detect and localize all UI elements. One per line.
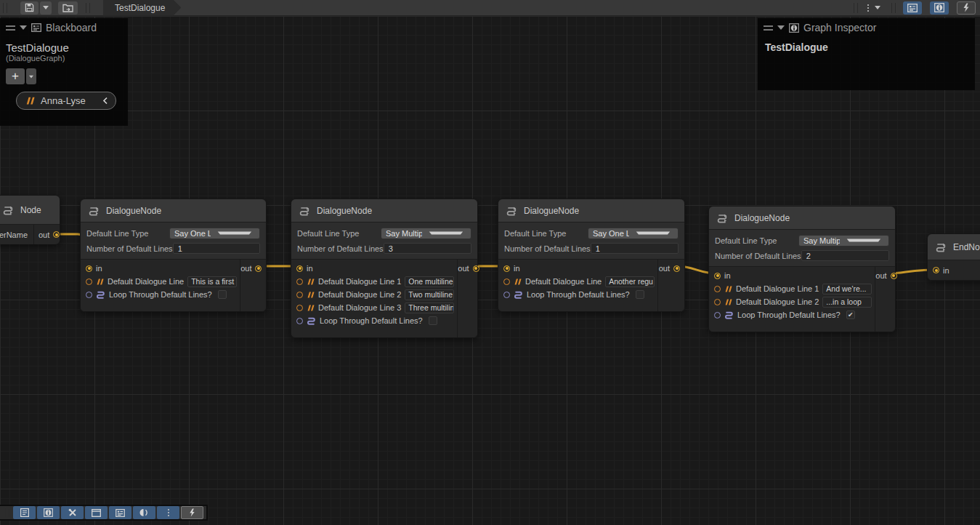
bolt-toggle-button[interactable] [957,1,976,15]
exec-port-pin[interactable] [933,267,939,273]
dialogue-node-3[interactable]: DialogueNode Default Line TypeSay One Li… [498,199,685,312]
dialogue-line-field[interactable]: One multiline [405,276,454,287]
node-title[interactable]: Node [0,196,60,225]
breadcrumb-tab[interactable]: TestDialogue [103,0,181,16]
toolbar-grip[interactable] [86,3,90,13]
input-port-default-dialogue-line-3: Default Dialogue Line 3Three multilin [296,301,454,314]
line-type-dropdown[interactable]: Say One Line [588,228,679,239]
exec-port-pin[interactable] [891,273,897,279]
blackboard-toggle-button[interactable] [903,1,922,15]
end-node[interactable]: EndNode in [927,233,980,281]
add-property-button[interactable]: + [6,68,25,84]
exec-port-pin[interactable] [503,265,510,272]
node-title[interactable]: DialogueNode [291,199,477,223]
node-title[interactable]: DialogueNode [709,207,895,230]
toolbar-grip[interactable] [854,3,858,13]
dialogue-line-field[interactable]: And we're... [822,284,872,294]
foldout-arrow-icon[interactable] [777,25,785,30]
input-port-in: in [928,260,954,280]
exec-port-pin[interactable] [473,265,479,272]
bool-port-pin[interactable] [714,312,721,318]
dropdown-arrow-icon [846,239,880,242]
node-icon [506,206,518,216]
overflow-menu-button[interactable] [862,1,885,15]
string-port-pin[interactable] [503,278,510,285]
num-lines-field[interactable]: 2 [801,250,889,261]
dialogue-line-field[interactable]: Another regu [605,276,655,287]
toolbar-grip[interactable] [891,3,896,13]
console-toggle-button[interactable] [13,506,36,519]
string-port-pin[interactable] [86,278,92,285]
toolbar-grip[interactable] [5,508,9,517]
bolt-toggle-button[interactable] [181,506,203,519]
num-lines-field[interactable]: 1 [591,243,679,254]
inspector-toggle-button[interactable] [37,506,60,519]
dialogue-node-2[interactable]: DialogueNode Default Line TypeSay Multip… [291,199,478,338]
input-port-in: in [86,262,237,275]
line-type-dropdown[interactable]: Say One Line [169,228,260,239]
exec-port-pin[interactable] [86,265,92,272]
blackboard-header[interactable]: Blackboard [0,18,128,37]
line-type-dropdown[interactable]: Say Multiple Lines [798,235,889,247]
bool-port-pin[interactable] [86,292,92,298]
save-button[interactable] [20,1,39,15]
open-asset-button[interactable] [58,1,78,15]
exec-port-pin[interactable] [714,273,721,279]
blackboard-graph-type: (DialogueGraph) [0,54,128,63]
string-port-pin[interactable] [296,292,303,298]
num-lines-field[interactable]: 1 [173,243,260,254]
bool-port-pin[interactable] [296,318,303,324]
dialogue-node-4[interactable]: DialogueNode Default Line TypeSay Multip… [708,206,896,332]
add-property-dropdown[interactable] [26,68,36,84]
output-ports: out [875,267,901,332]
line-type-dropdown[interactable]: Say Multiple Lines [381,228,471,239]
node-properties: Default Line TypeSay One Line Number of … [498,223,684,260]
dropdown-arrow-icon [875,6,880,9]
dialogue-node-1[interactable]: DialogueNode Default Line TypeSay One Li… [80,199,267,312]
string-port-pin[interactable] [714,286,721,292]
drag-handle-icon[interactable] [764,25,773,31]
blackboard-toggle-button[interactable] [109,506,131,519]
port-section: kerName out [0,225,60,244]
dialogue-line-field[interactable]: ...in a loop [822,297,872,308]
dialogue-line-field[interactable]: This is a first [187,276,237,287]
drag-handle-icon[interactable] [6,25,15,31]
node-title[interactable]: DialogueNode [498,199,684,223]
blackboard-field-name: Anna-Lyse [41,95,86,106]
exec-port-pin[interactable] [296,265,303,272]
input-port-loop-through-default-lines-: Loop Through Default Lines? [86,288,237,301]
inspector-toggle-button[interactable] [930,1,949,15]
speaker-node-partial[interactable]: Node kerName out [0,195,60,244]
loop-checkbox[interactable] [636,290,644,299]
save-dropdown-button[interactable] [40,1,52,15]
blackboard-field-anna-lyse[interactable]: Anna-Lyse [16,92,116,110]
string-port-pin[interactable] [296,305,303,311]
exec-port-pin[interactable] [53,231,60,238]
dialogue-line-field[interactable]: Two multiline [405,289,454,300]
loop-checkbox[interactable] [218,290,227,299]
loop-checkbox[interactable] [429,316,437,325]
num-lines-field[interactable]: 3 [384,243,471,254]
dialogue-line-field[interactable]: Three multilin [405,302,454,313]
graph-canvas[interactable]: Node kerName out DialogueNode Default Li… [0,16,980,525]
graph-inspector-header[interactable]: Graph Inspector [758,18,975,37]
kebab-menu-icon [866,4,870,12]
loop-checkbox[interactable]: ✔ [846,310,855,319]
input-port-default-dialogue-line-1: Default Dialogue Line 1One multiline [296,275,454,288]
exec-port-pin[interactable] [673,265,680,272]
string-port-pin[interactable] [296,278,303,285]
node-title[interactable]: DialogueNode [81,199,266,223]
tools-toggle-button[interactable] [61,506,84,519]
window-toggle-button[interactable] [85,506,108,519]
chevron-left-icon[interactable] [102,97,108,105]
bool-port-pin[interactable] [503,292,510,298]
blackboard-graph-name: TestDialogue [0,37,128,54]
dropdown-arrow-icon [636,232,669,235]
toolbar-grip[interactable] [3,3,7,13]
transition-toggle-button[interactable] [133,506,155,519]
exec-port-pin[interactable] [255,265,262,272]
node-title[interactable]: EndNode [928,234,980,260]
string-port-pin[interactable] [714,299,721,305]
foldout-arrow-icon[interactable] [20,25,27,30]
overflow-menu-button[interactable] [157,506,179,519]
